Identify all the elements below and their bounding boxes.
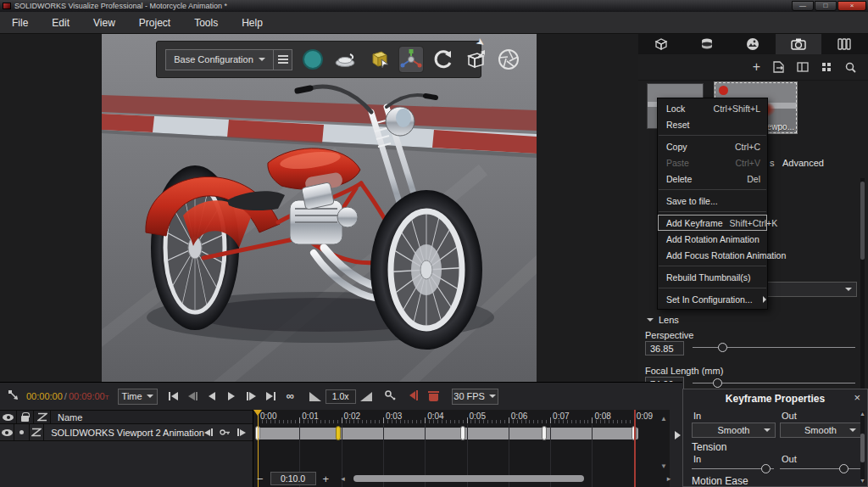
keyframe-marker[interactable] (542, 426, 547, 440)
zoom-in-button[interactable]: + (323, 473, 330, 485)
go-to-end-button[interactable] (264, 389, 278, 404)
menu-edit[interactable]: Edit (40, 12, 81, 34)
key-icon[interactable] (384, 389, 398, 403)
play-backward-button[interactable] (205, 389, 220, 404)
timeline-scrollbar-thumb[interactable] (353, 475, 584, 482)
previous-frame-button[interactable] (186, 389, 200, 404)
next-frame-button[interactable] (244, 389, 259, 404)
context-menu-item-copy[interactable]: CopyCtrl+C (658, 138, 767, 154)
previous-keyframe-button[interactable] (204, 428, 213, 436)
context-menu-item-delete[interactable]: DeleteDel (658, 171, 767, 187)
aperture-button[interactable] (497, 47, 520, 72)
lock-column-icon[interactable] (17, 411, 34, 423)
interp-out-dropdown[interactable]: Smooth (780, 423, 861, 438)
perspective-input[interactable]: 36.85 (645, 341, 684, 355)
scroll-down-arrow[interactable]: ▼ (860, 478, 865, 484)
context-menu-item-set-in-configuration[interactable]: Set In Configuration... (658, 291, 767, 307)
menu-help[interactable]: Help (230, 12, 275, 34)
track-curves-icon[interactable] (30, 424, 44, 440)
configuration-combo[interactable]: Base Configuration (165, 49, 292, 70)
camera-views-button[interactable] (464, 47, 487, 72)
next-keyframe-button[interactable] (237, 428, 246, 436)
tab-appearances[interactable] (684, 34, 730, 54)
fps-dropdown[interactable]: 30 FPS (452, 389, 498, 405)
track-lock-dot-icon[interactable] (14, 424, 29, 440)
context-menu-item-save-to-file[interactable]: Save to file... (658, 193, 767, 209)
search-icon[interactable] (845, 62, 856, 73)
context-menu-item-add-focus-rotation-animation[interactable]: Add Focus Rotation Animation (658, 247, 767, 263)
move-keyframe-icon[interactable] (406, 389, 419, 403)
timeline-pointer-icon[interactable] (8, 389, 19, 403)
context-menu-item-lock[interactable]: LockCtrl+Shift+L (658, 100, 767, 116)
keyframe-marker-selected[interactable] (336, 426, 341, 440)
split-view-button[interactable] (797, 62, 809, 72)
context-menu-item-paste[interactable]: PasteCtrl+V (658, 154, 767, 171)
context-menu-item-add-rotation-animation[interactable]: Add Rotation Animation (658, 231, 767, 247)
perspective-slider[interactable] (693, 343, 855, 353)
menu-project[interactable]: Project (127, 12, 182, 34)
time-mode-dropdown[interactable]: Time (118, 389, 158, 405)
tension-in-slider[interactable] (692, 464, 774, 474)
decrease-speed-button[interactable] (309, 392, 321, 401)
tension-out-slider[interactable] (780, 464, 861, 474)
ruler-minor-tick (500, 420, 501, 423)
animation-track-row[interactable]: SOLIDWORKS Viewport 2 Animation (0, 424, 253, 441)
maximize-button[interactable]: □ (815, 1, 837, 11)
lens-section-header[interactable]: Lens (647, 315, 679, 325)
focal-length-slider[interactable] (693, 378, 855, 389)
context-menu-item-add-keyframe[interactable]: Add KeyframeShift+Ctrl+K (658, 215, 767, 231)
close-button[interactable]: × (837, 1, 866, 11)
visibility-column-icon[interactable] (0, 411, 17, 423)
ruler-minor-tick (487, 420, 488, 423)
menu-file[interactable]: File (0, 12, 40, 34)
track-visibility-icon[interactable] (0, 424, 14, 440)
tension-in-slider-handle[interactable] (761, 464, 771, 473)
delete-keyframe-button[interactable] (429, 391, 438, 401)
track-key-icon[interactable] (220, 428, 231, 438)
zoom-out-button[interactable]: − (257, 473, 264, 485)
tab-models[interactable] (638, 34, 684, 54)
scroll-right-arrow[interactable]: ▸ (667, 474, 671, 483)
export-button[interactable] (773, 61, 784, 73)
grid-view-button[interactable] (821, 62, 832, 73)
panel-scrollbar[interactable] (860, 178, 865, 409)
increase-speed-button[interactable] (360, 392, 372, 401)
interp-in-dropdown[interactable]: Smooth (692, 423, 776, 438)
close-icon[interactable]: × (854, 391, 860, 404)
subtab-partial[interactable]: s (770, 158, 775, 168)
context-menu-item-rebuild-thumbnail-s[interactable]: Rebuild Thumbnail(s) (658, 269, 767, 285)
snap-to-floor-button[interactable] (366, 47, 390, 72)
speed-value[interactable]: 1.0x (326, 389, 356, 404)
viewport-3d-scene[interactable]: ➤ Base Configuration (102, 34, 537, 382)
add-camera-button[interactable]: + (753, 59, 760, 75)
play-button[interactable] (225, 389, 239, 404)
go-to-start-button[interactable] (166, 389, 181, 404)
tracks-scroll-up-arrow[interactable]: ▲ (660, 415, 667, 423)
animation-clip-bar[interactable] (257, 428, 638, 439)
keyframe-marker[interactable] (460, 426, 465, 440)
focal-length-slider-handle[interactable] (713, 378, 722, 388)
keyframe-panel-scrollbar[interactable]: ▲ ▼ (860, 411, 865, 483)
context-menu-item-reset[interactable]: Reset (658, 116, 767, 132)
tension-out-slider-handle[interactable] (839, 464, 849, 473)
menu-tools[interactable]: Tools (182, 12, 230, 34)
tab-cameras[interactable] (776, 34, 821, 54)
timeline-zoom-value[interactable]: 0:10.0 (270, 472, 316, 485)
configuration-list-button[interactable] (274, 49, 292, 70)
perspective-slider-handle[interactable] (718, 343, 727, 352)
tab-configurations[interactable] (821, 34, 867, 54)
move-gizmo-button[interactable] (399, 47, 423, 72)
minimize-button[interactable]: — (792, 1, 814, 11)
curves-column-icon[interactable] (34, 411, 51, 423)
scroll-left-arrow[interactable]: ◂ (341, 474, 345, 483)
menu-view[interactable]: View (81, 12, 127, 34)
reset-rotation-button[interactable] (432, 47, 454, 72)
covered-dropdown[interactable] (765, 282, 857, 297)
scroll-up-arrow[interactable]: ▲ (860, 411, 865, 417)
timeline-scrollbar[interactable] (350, 475, 662, 482)
tab-environments[interactable] (730, 34, 776, 54)
loop-button[interactable]: ∞ (283, 388, 298, 403)
turntable-button[interactable] (333, 47, 357, 72)
subtab-advanced[interactable]: Advanced (782, 158, 824, 168)
render-mode-button[interactable] (302, 47, 324, 72)
